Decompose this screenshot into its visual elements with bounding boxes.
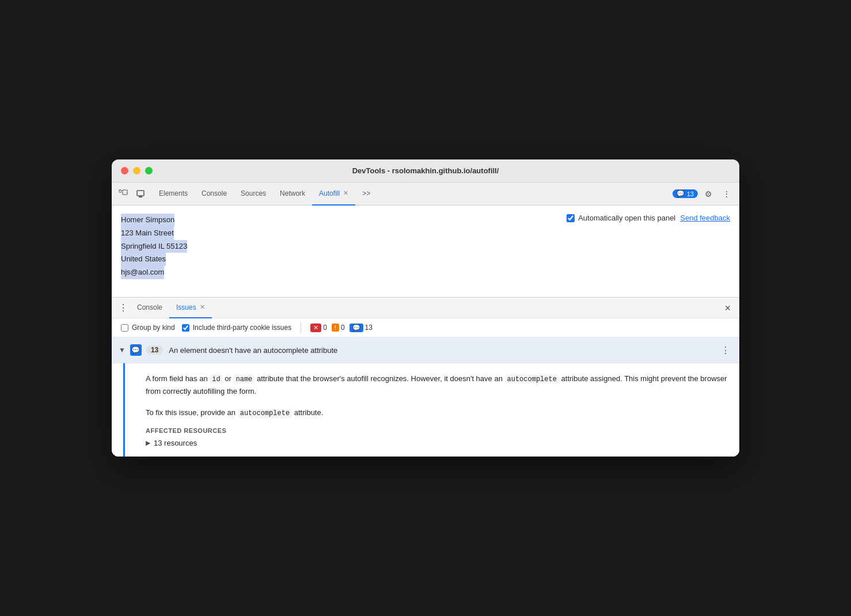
desc-code-name: name <box>233 375 254 384</box>
panel-tab-issues-close[interactable]: ✕ <box>200 303 205 311</box>
panel-tab-issues[interactable]: Issues ✕ <box>169 298 212 318</box>
settings-icon: ⚙ <box>705 189 712 199</box>
address-city: Springfield IL 55123 <box>121 240 187 253</box>
devtools-window: DevTools - rsolomakhin.github.io/autofil… <box>112 159 739 457</box>
devtools-body: Homer Simpson 123 Main Street Springfiel… <box>112 206 739 457</box>
issue-count-pill: 13 <box>146 345 163 355</box>
issues-badge[interactable]: 💬 13 <box>673 189 698 198</box>
issue-fix: To fix this issue, provide an autocomple… <box>146 406 728 419</box>
devtools-tabs-bar: Elements Console Sources Network Autofil… <box>112 182 739 206</box>
issue-row-type-icon: 💬 <box>130 344 142 356</box>
address-street: 123 Main Street <box>121 227 174 240</box>
settings-button[interactable]: ⚙ <box>700 186 716 202</box>
warning-count: 0 <box>341 324 345 332</box>
issue-title: An element doesn't have an autocomplete … <box>169 346 719 355</box>
auto-open-checkbox-item: Automatically open this panel <box>567 214 675 222</box>
minimize-button[interactable] <box>133 167 140 174</box>
panel-tabs-bar: ⋮ Console Issues ✕ ✕ <box>112 298 739 318</box>
group-by-kind-filter: Group by kind <box>121 324 175 332</box>
warning-badge: ! 0 <box>332 324 345 332</box>
window-title: DevTools - rsolomakhin.github.io/autofil… <box>352 166 499 175</box>
issues-toolbar: Group by kind Include third-party cookie… <box>112 318 739 337</box>
issues-badge-count: 13 <box>687 191 694 197</box>
address-email: hjs@aol.com <box>121 266 164 279</box>
issues-badge-icon: 💬 <box>677 190 685 197</box>
tab-right-controls: 💬 13 ⚙ ⋮ <box>673 186 735 202</box>
warning-icon: ! <box>332 324 339 332</box>
affected-resources-label: AFFECTED RESOURCES <box>146 427 728 434</box>
third-party-label: Include third-party cookie issues <box>193 324 291 332</box>
bottom-panel: ⋮ Console Issues ✕ ✕ Group by kind <box>112 298 739 457</box>
svg-rect-1 <box>123 190 127 195</box>
autofill-options: Automatically open this panel Send feedb… <box>567 214 730 222</box>
svg-rect-2 <box>137 191 144 196</box>
device-icon[interactable] <box>134 187 147 201</box>
error-badge: ✕ 0 <box>310 324 327 332</box>
third-party-filter: Include third-party cookie issues <box>182 324 291 332</box>
group-by-kind-label: Group by kind <box>132 324 175 332</box>
resources-toggle[interactable]: ▶ 13 resources <box>146 439 728 447</box>
resources-arrow-icon: ▶ <box>146 439 150 447</box>
maximize-button[interactable] <box>145 167 153 174</box>
tab-autofill-close[interactable]: ✕ <box>343 189 348 197</box>
fix-code-autocomplete: autocomplete <box>238 409 292 418</box>
desc-code-autocomplete: autocomplete <box>505 375 559 384</box>
close-button[interactable] <box>121 167 128 174</box>
group-by-kind-checkbox[interactable] <box>121 324 128 332</box>
send-feedback-link[interactable]: Send feedback <box>680 214 730 222</box>
svg-rect-3 <box>139 196 142 197</box>
tab-icon-group <box>116 187 147 201</box>
tab-network[interactable]: Network <box>273 182 312 206</box>
info-count: 13 <box>365 324 373 332</box>
title-bar: DevTools - rsolomakhin.github.io/autofil… <box>112 159 739 182</box>
address-country: United States <box>121 253 166 266</box>
error-icon: ✕ <box>310 324 321 332</box>
info-icon: 💬 <box>349 324 363 332</box>
toolbar-divider <box>301 322 301 333</box>
more-options-icon: ⋮ <box>723 189 731 199</box>
desc-code-id: id <box>210 375 222 384</box>
issue-row-menu-button[interactable]: ⋮ <box>719 343 732 357</box>
info-badge: 💬 13 <box>349 324 373 332</box>
issue-row[interactable]: ▼ 💬 13 An element doesn't have an autoco… <box>112 337 739 363</box>
tab-sources[interactable]: Sources <box>234 182 273 206</box>
auto-open-checkbox[interactable] <box>567 214 575 222</box>
auto-open-label: Automatically open this panel <box>578 214 675 222</box>
error-count: 0 <box>323 324 327 332</box>
panel-menu-button[interactable]: ⋮ <box>116 301 130 315</box>
address-name: Homer Simpson <box>121 214 174 227</box>
tab-autofill[interactable]: Autofill ✕ <box>312 182 355 206</box>
more-options-button[interactable]: ⋮ <box>719 186 735 202</box>
issue-row-arrow-icon: ▼ <box>119 346 126 354</box>
autofill-panel: Homer Simpson 123 Main Street Springfiel… <box>112 206 739 298</box>
svg-rect-0 <box>119 190 121 192</box>
cursor-icon[interactable] <box>116 187 130 201</box>
resources-count: 13 resources <box>154 439 197 447</box>
panel-tab-console[interactable]: Console <box>130 298 169 318</box>
tab-more[interactable]: >> <box>355 182 377 206</box>
issue-count-badges: ✕ 0 ! 0 💬 13 <box>310 324 373 332</box>
issue-description: A form field has an id or name attribute… <box>146 372 728 398</box>
tab-elements[interactable]: Elements <box>152 182 195 206</box>
panel-close-button[interactable]: ✕ <box>721 301 735 315</box>
tab-console[interactable]: Console <box>195 182 234 206</box>
traffic-lights <box>121 167 153 174</box>
issue-detail: A form field has an id or name attribute… <box>123 363 739 457</box>
third-party-checkbox[interactable] <box>182 324 189 332</box>
autofill-address: Homer Simpson 123 Main Street Springfiel… <box>121 214 187 279</box>
